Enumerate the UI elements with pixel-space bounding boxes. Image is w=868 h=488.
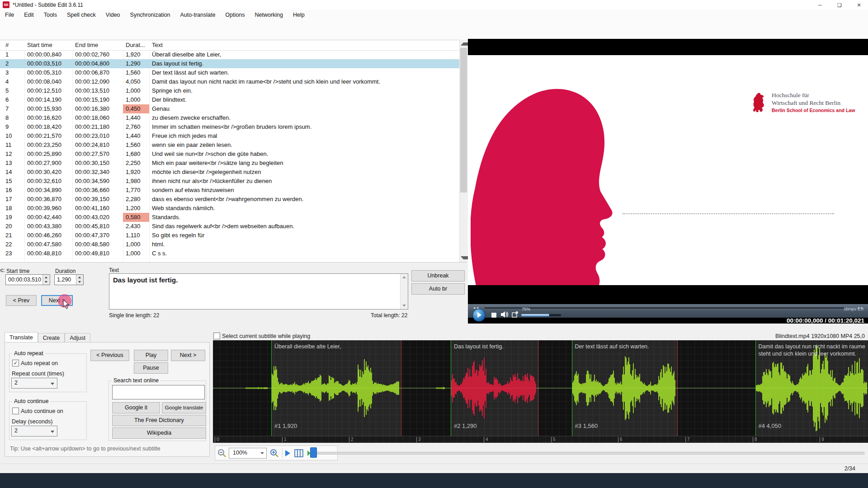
cell-dur: 1,920: [126, 51, 147, 58]
tab-translate[interactable]: Translate: [5, 332, 38, 343]
subtitle-row[interactable]: 1700:00:36,87000:00:39,1502,280dass es e…: [0, 195, 459, 204]
free-dictionary-button[interactable]: The Free Dictionary: [112, 415, 206, 426]
video-play-button[interactable]: [472, 309, 486, 322]
subtitle-row[interactable]: 1800:00:39,96000:00:41,1601,200Web stand…: [0, 204, 459, 213]
menu-tools[interactable]: Tools: [39, 10, 62, 20]
video-player[interactable]: Hochschule für Wirtschaft und Recht Berl…: [468, 39, 868, 324]
window-title: *Untitled - Subtitle Edit 3.6.11: [13, 2, 83, 8]
subtitle-row[interactable]: 1600:00:34,89000:00:36,6601,770sondern a…: [0, 186, 459, 195]
subtitle-row[interactable]: 500:00:12,51000:00:13,5101,000Springe ic…: [0, 86, 459, 95]
subtitle-row[interactable]: 2200:00:47,58000:00:48,5801,000html.: [0, 240, 459, 249]
video-stop-button[interactable]: [491, 313, 496, 318]
auto-continue-checkbox[interactable]: [12, 408, 19, 414]
repeat-count-select[interactable]: 2: [11, 378, 57, 389]
waveform-zoom-value: 100%: [233, 450, 247, 456]
menu-help[interactable]: Help: [288, 10, 310, 20]
waveform-zoom-select[interactable]: 100%: [229, 448, 267, 459]
cell-n: 16: [5, 187, 24, 193]
subtitle-row[interactable]: 1200:00:25,89000:00:27,5701,680Und weil …: [0, 150, 459, 159]
subtitle-row[interactable]: 1500:00:32,61000:00:34,5901,980ihnen nic…: [0, 177, 459, 186]
waveform-position-thumb[interactable]: [310, 447, 317, 458]
volume-icon[interactable]: [500, 311, 509, 318]
tab-adjust[interactable]: Adjust: [65, 333, 90, 343]
menu-networking[interactable]: Networking: [250, 10, 288, 20]
subtitle-row[interactable]: 2000:00:43,38000:00:45,8102,430Sind das …: [0, 222, 459, 231]
repeat-count-label: Repeat count (times): [12, 371, 64, 377]
subtitle-row[interactable]: 600:00:14,19000:00:15,1901,000Der blindt…: [0, 95, 459, 104]
next-button[interactable]: Next >: [171, 350, 205, 361]
subtitle-row[interactable]: 100:00:00,84000:00:02,7601,920Überall di…: [0, 50, 459, 59]
volume-slider[interactable]: [521, 314, 561, 316]
tab-create[interactable]: Create: [38, 333, 65, 343]
menu-options[interactable]: Options: [220, 10, 250, 20]
show-columns-icon[interactable]: [294, 449, 303, 457]
menu-synchronization[interactable]: Synchronization: [125, 10, 175, 20]
col-end-time[interactable]: End time: [75, 42, 98, 48]
subtitle-row[interactable]: 200:00:03,51000:00:04,8001,290Das layout…: [0, 59, 459, 68]
menu-file[interactable]: File: [0, 10, 19, 20]
subtitle-row[interactable]: 2100:00:46,26000:00:47,3701,110So gibt e…: [0, 231, 459, 240]
minimize-button[interactable]: [811, 0, 829, 10]
subtitle-row[interactable]: 1900:00:42,44000:00:43,0200,580Standards…: [0, 213, 459, 222]
region-text-label: Das layout ist fertig.: [454, 343, 504, 350]
video-seek-bar[interactable]: [484, 307, 846, 309]
subtitle-row[interactable]: 1000:00:21,57000:00:23,0101,440Freue ich…: [0, 131, 459, 141]
google-it-button[interactable]: Google it: [112, 402, 160, 413]
ruler-second-tick: 4: [484, 437, 488, 442]
list-scrollbar[interactable]: [459, 40, 467, 262]
wikipedia-button[interactable]: Wikipedia: [112, 427, 206, 439]
waveform-position-track[interactable]: [316, 452, 864, 455]
prev-subtitle-button[interactable]: < Prev: [6, 295, 37, 306]
cell-end: 00:00:47,370: [75, 232, 120, 239]
subtitle-row[interactable]: 1300:00:27,90000:00:30,1502,250Mich ein …: [0, 159, 459, 168]
region-number-label: #2 1,290: [454, 422, 477, 429]
col-number[interactable]: #: [5, 42, 9, 48]
subtitle-row[interactable]: 2300:00:48,81000:00:49,8101,000C s s.: [0, 249, 459, 258]
cell-dur: 0,580: [126, 214, 147, 221]
region-number-label: #4 4,050: [759, 422, 782, 429]
auto-repeat-checkbox-label: Auto repeat on: [21, 360, 58, 366]
subtitle-row[interactable]: 1400:00:30,42000:00:32,3401,920möchte ic…: [0, 168, 459, 177]
subtitle-text-area[interactable]: Das layout ist fertig.: [109, 273, 408, 310]
pause-button[interactable]: Pause: [134, 362, 168, 374]
close-button[interactable]: [850, 0, 868, 10]
col-start-time[interactable]: Start time: [27, 42, 52, 48]
waveform-play-icon[interactable]: [285, 450, 290, 456]
start-time-spinner[interactable]: [42, 275, 50, 285]
start-time-input[interactable]: 00:00:03,510: [5, 274, 50, 285]
subtitle-row[interactable]: 800:00:16,62000:00:18,0601,440zu diesem …: [0, 113, 459, 122]
menu-edit[interactable]: Edit: [19, 10, 39, 20]
maximize-button[interactable]: [830, 0, 849, 10]
col-duration[interactable]: Durat...: [126, 42, 145, 48]
zoom-in-icon[interactable]: [269, 448, 279, 458]
auto-br-button[interactable]: Auto br: [411, 283, 465, 295]
cell-end: 00:00:23,010: [75, 132, 120, 139]
waveform-canvas[interactable]: Überall dieselbe alte Leier,#1 1,920Das …: [213, 340, 868, 443]
subtitle-row[interactable]: 300:00:05,31000:00:06,8701,560Der text l…: [0, 68, 459, 77]
subtitle-row[interactable]: 900:00:18,42000:00:21,1802,760Immer im s…: [0, 122, 459, 131]
search-text-input[interactable]: [112, 385, 205, 399]
subtitle-row[interactable]: 1100:00:23,25000:00:24,8101,560wenn sie …: [0, 141, 459, 150]
subtitle-row[interactable]: 700:00:15,93000:00:16,3800,450Genau: [0, 104, 459, 113]
menu-video[interactable]: Video: [101, 10, 125, 20]
select-current-subtitle-checkbox[interactable]: [213, 333, 220, 339]
cell-start: 00:00:16,620: [27, 114, 72, 121]
col-text[interactable]: Text: [152, 42, 163, 48]
duration-spinner[interactable]: [76, 275, 83, 285]
cell-n: 22: [5, 241, 24, 248]
auto-repeat-checkbox[interactable]: [12, 360, 19, 366]
delay-select[interactable]: 2: [11, 426, 57, 436]
previous-button[interactable]: < Previous: [90, 350, 129, 361]
menu-auto-translate[interactable]: Auto-translate: [175, 10, 221, 20]
play-button[interactable]: Play: [134, 350, 168, 361]
zoom-out-icon[interactable]: [217, 448, 227, 458]
cell-n: 18: [5, 205, 24, 211]
fullscreen-icon[interactable]: [512, 311, 518, 318]
menu-spell-check[interactable]: Spell check: [62, 10, 101, 20]
textarea-scrollbar[interactable]: [400, 274, 408, 309]
scrollbar-thumb[interactable]: [460, 48, 467, 192]
duration-input[interactable]: 1,290: [54, 274, 84, 285]
google-translate-button[interactable]: Google translate: [162, 402, 206, 413]
unbreak-button[interactable]: Unbreak: [411, 270, 465, 282]
subtitle-row[interactable]: 400:00:08,04000:00:12,0904,050Damit das …: [0, 77, 459, 86]
